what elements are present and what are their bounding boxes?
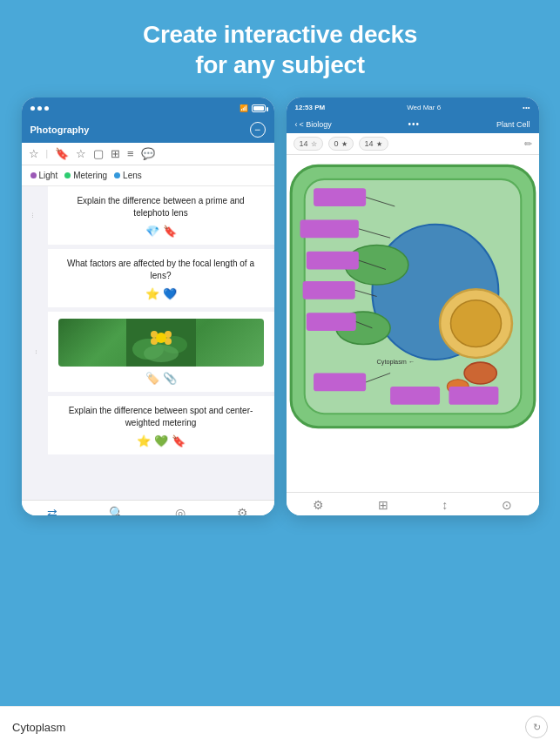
status-dots: [30, 106, 49, 111]
status-time: 12:53 PM: [295, 104, 326, 111]
svg-rect-25: [390, 387, 440, 405]
score-btn-0-star[interactable]: 0 ★: [328, 137, 354, 151]
bottom-tabs-right: ⚙ ⊞ ↕ ⊙: [287, 492, 539, 515]
svg-point-9: [156, 333, 166, 343]
star-badge-4: ⭐: [137, 434, 151, 448]
tag-light[interactable]: Light: [30, 171, 58, 180]
svg-rect-20: [300, 219, 358, 238]
svg-rect-24: [314, 374, 366, 392]
bookmark-red-badge: 🔖: [163, 225, 177, 238]
card-2-badges: ⭐ 💙: [58, 287, 264, 300]
status-bar-left: 📶: [22, 98, 274, 118]
score-bar: 14 ☆ 0 ★ 14 ★ ✏: [287, 133, 539, 155]
svg-point-16: [450, 300, 501, 347]
green-badge-4: 💚: [154, 434, 168, 448]
paperclip-badge: 📎: [163, 372, 177, 385]
nav-dots-right[interactable]: •••: [408, 119, 421, 129]
wifi-icon: 📶: [240, 104, 248, 112]
score-value-3: 14: [365, 139, 374, 148]
plant-cell-diagram: Cytoplasm ←: [287, 155, 539, 492]
dots-menu-right: •••: [523, 104, 530, 111]
svg-rect-23: [306, 313, 355, 331]
card-stub-3: ‥: [22, 312, 48, 392]
orange-tag-badge: 🏷️: [145, 372, 159, 385]
nav-title-left: Photography: [30, 124, 90, 135]
square-icon[interactable]: ▢: [93, 147, 104, 160]
tag-lens[interactable]: Lens: [114, 171, 142, 180]
star-filled-icon-2: ★: [376, 140, 382, 148]
card-2[interactable]: What factors are affected by the focal l…: [48, 249, 274, 307]
card-row-3: ‥: [22, 312, 274, 392]
svg-rect-26: [449, 387, 498, 405]
text-icon[interactable]: ≡: [127, 147, 134, 160]
score-value-2: 0: [334, 139, 339, 148]
tab-search-left[interactable]: 🔍: [109, 506, 124, 515]
svg-text:Cytoplasm ←: Cytoplasm ←: [376, 358, 415, 366]
score-btn-14-empty[interactable]: 14 ☆: [293, 137, 323, 151]
cell-svg: Cytoplasm ←: [287, 155, 539, 492]
grid-icon[interactable]: ⊞: [111, 147, 120, 160]
score-value-1: 14: [300, 139, 308, 148]
card-1-badges: 💎 🔖: [58, 225, 264, 238]
status-icons-right: •••: [523, 104, 530, 111]
right-phone: 12:53 PM Wed Mar 6 ••• ‹ < Biology ••• P…: [287, 98, 539, 515]
status-bar-right: 12:53 PM Wed Mar 6 •••: [287, 98, 539, 117]
card-stub-1: ...: [22, 186, 48, 245]
score-btn-14-star[interactable]: 14 ★: [359, 137, 388, 151]
tag-metering[interactable]: Metering: [64, 171, 107, 180]
bottom-tabs-left: ⇄ 🔍 ◎ ⚙: [22, 500, 274, 515]
status-right: 📶: [240, 104, 266, 112]
card-3-badges: 🏷️ 📎: [58, 372, 264, 385]
nav-menu-btn[interactable]: −: [250, 122, 266, 138]
nav-bar-right: ‹ < Biology ••• Plant Cell: [287, 117, 539, 133]
star-filled-icon: ★: [341, 140, 347, 148]
svg-rect-22: [302, 281, 354, 299]
cards-list: ... Explain the difference between a pri…: [22, 186, 274, 500]
star-empty-icon: ☆: [311, 140, 317, 148]
battery-icon: [252, 104, 266, 112]
chat-icon[interactable]: 💬: [141, 147, 155, 160]
svg-point-17: [464, 362, 496, 384]
blue-badge: 💙: [163, 287, 177, 300]
tab-swap-left[interactable]: ⇄: [47, 506, 57, 515]
card-1-text: Explain the difference between a prime a…: [58, 195, 264, 219]
card-stub-2: [22, 249, 48, 307]
tab-settings-right[interactable]: ⚙: [313, 498, 324, 512]
nav-bar-left: Photography −: [22, 118, 274, 143]
tab-grid-right[interactable]: ⊞: [378, 498, 388, 512]
bookmark-badge-4: 🔖: [172, 434, 186, 448]
phones-container: 📶 Photography − ☆ | 🔖 ☆ ▢ ⊞ ≡ 💬: [0, 98, 560, 515]
blue-diamond-badge: 💎: [145, 225, 159, 238]
tab-circle-right[interactable]: ⊙: [502, 498, 512, 512]
nav-title-right: Plant Cell: [496, 120, 530, 129]
star-outline-icon[interactable]: ☆: [29, 147, 39, 160]
star-icon[interactable]: ☆: [76, 147, 86, 160]
svg-rect-21: [306, 252, 358, 270]
tab-settings-left[interactable]: ⚙: [237, 506, 248, 515]
chevron-left-icon: ‹: [295, 120, 298, 129]
card-1[interactable]: Explain the difference between a prime a…: [48, 186, 274, 245]
minus-circle-icon: −: [254, 124, 260, 135]
edit-btn[interactable]: ✏: [524, 138, 532, 150]
page-title: Create interactive decks for any subject: [35, 19, 525, 80]
bookmark-icon[interactable]: 🔖: [55, 147, 69, 160]
star-yellow-badge: ⭐: [145, 287, 159, 300]
tab-circle-left[interactable]: ◎: [175, 506, 186, 515]
flower-image: [58, 319, 264, 367]
svg-point-3: [144, 345, 179, 362]
card-4[interactable]: Explain the difference between spot and …: [48, 396, 274, 454]
left-phone: 📶 Photography − ☆ | 🔖 ☆ ▢ ⊞ ≡ 💬: [22, 98, 274, 515]
card-4-badges: ⭐ 💚 🔖: [58, 434, 264, 448]
card-stub-4: [22, 396, 48, 454]
svg-rect-19: [314, 188, 366, 206]
flower-svg: [126, 319, 196, 367]
tags-row: Light Metering Lens: [22, 165, 274, 186]
card-3[interactable]: 🏷️ 📎: [48, 312, 274, 392]
tab-sort-right[interactable]: ↕: [442, 498, 448, 512]
card-2-text: What factors are affected by the focal l…: [58, 258, 264, 282]
header: Create interactive decks for any subject: [0, 0, 560, 98]
card-row-4: Explain the difference between spot and …: [22, 396, 274, 454]
card-4-text: Explain the difference between spot and …: [58, 405, 264, 429]
card-row-1: ... Explain the difference between a pri…: [22, 186, 274, 245]
back-button[interactable]: ‹ < Biology: [295, 120, 332, 129]
